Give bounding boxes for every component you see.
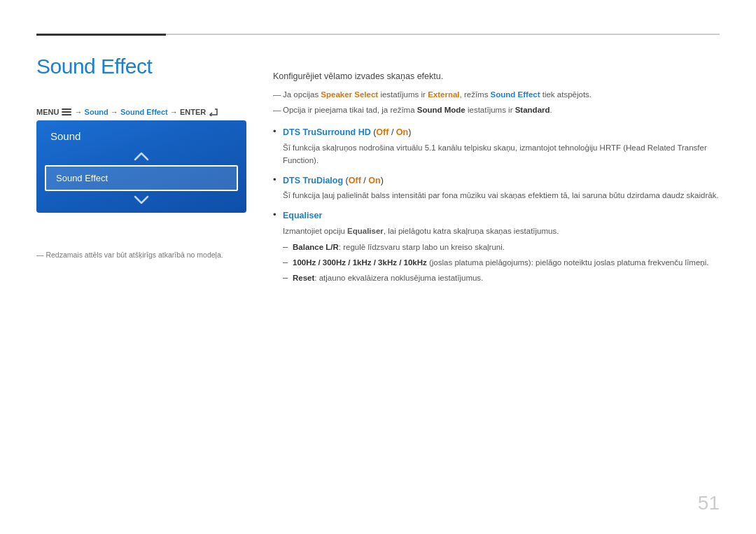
sub-reset-text: Reset: atjauno ekvalāizera noklusējuma i… xyxy=(293,272,720,284)
bullet-dts-trusurround-title: DTS TruSurround HD (Off / On) xyxy=(283,126,720,139)
page-number: 51 xyxy=(698,492,720,514)
bullet-dts-trudialog-title: DTS TruDialog (Off / On) xyxy=(283,174,720,188)
breadcrumb-sep1: → xyxy=(75,108,85,116)
notes-list: Ja opcijas Speaker Select iestatījums ir… xyxy=(273,89,720,117)
sub-bullet-freq: 100Hz / 300Hz / 1kHz / 3kHz / 10kHz (jos… xyxy=(283,257,720,269)
breadcrumb-sep3: → xyxy=(170,108,180,116)
note-item-2: Opcija ir pieejama tikai tad, ja režīma … xyxy=(273,104,720,116)
arrow-down[interactable] xyxy=(36,191,246,213)
dts-trudialog-off: Off xyxy=(349,176,361,185)
bullet-dts-trudialog: DTS TruDialog (Off / On) Šī funkcija ļau… xyxy=(273,174,720,203)
right-content: Konfigurējiet vēlamo izvades skaņas efek… xyxy=(273,70,720,292)
dts-trusurround-desc: Šī funkcija skaļruņos nodrošina virtuālu… xyxy=(283,142,720,167)
dts-trusurround-on: On xyxy=(396,127,408,137)
dts-trusurround-name: DTS TruSurround HD xyxy=(283,127,371,137)
dts-trusurround-paren2: ) xyxy=(408,127,411,137)
note1-part4: tiek atspējots. xyxy=(540,90,592,99)
menu-icon xyxy=(62,108,71,115)
note2-sound-mode: Sound Mode xyxy=(417,106,465,114)
dts-trudialog-desc: Šī funkcija ļauj palielināt balss intens… xyxy=(283,190,720,202)
note1-external: External xyxy=(428,90,459,99)
breadcrumb-menu-label: MENU xyxy=(36,108,59,116)
sub-bullet-balance: Balance L/R: regulē līdzsvaru starp labo… xyxy=(283,241,720,253)
arrow-up[interactable] xyxy=(36,149,246,165)
ui-panel: Sound Sound Effect xyxy=(36,120,246,213)
bullet-equaliser: Equaliser Izmantojiet opciju Equaliser, … xyxy=(273,209,720,284)
image-note: Redzamais attēls var būt atšķirīgs atkar… xyxy=(36,251,223,259)
dts-trudialog-paren2: ) xyxy=(381,176,384,185)
bullet-dts-trusurround: DTS TruSurround HD (Off / On) Šī funkcij… xyxy=(273,126,720,167)
sub-bullet-reset: Reset: atjauno ekvalāizera noklusējuma i… xyxy=(283,272,720,284)
note-item-1: Ja opcijas Speaker Select iestatījums ir… xyxy=(273,89,720,101)
selected-menu-item[interactable]: Sound Effect xyxy=(45,165,238,191)
dts-trusurround-slash: / xyxy=(388,127,396,137)
note2-part2: iestatījums ir xyxy=(465,106,515,114)
note1-speaker-select: Speaker Select xyxy=(321,90,378,99)
note1-part1: Ja opcijas xyxy=(283,90,321,99)
sub-balance-text: Balance L/R: regulē līdzsvaru starp labo… xyxy=(293,241,720,253)
equaliser-desc: Izmantojiet opciju Equaliser, lai pielāg… xyxy=(283,225,720,238)
equaliser-name: Equaliser xyxy=(283,211,322,220)
intro-text: Konfigurējiet vēlamo izvades skaņas efek… xyxy=(273,70,720,83)
note2-part1: Opcija ir pieejama tikai tad, ja režīma xyxy=(283,106,417,114)
dts-trudialog-name: DTS TruDialog xyxy=(283,176,343,185)
dts-trudialog-slash: / xyxy=(361,176,368,185)
breadcrumb-enter-label: ENTER xyxy=(180,108,206,116)
breadcrumb: MENU → Sound → Sound Effect → ENTER xyxy=(36,108,219,117)
top-accent-line xyxy=(36,34,166,36)
note1-part2: iestatījums ir xyxy=(378,90,428,99)
bullet-equaliser-title: Equaliser xyxy=(283,209,720,223)
sub-freq-text: 100Hz / 300Hz / 1kHz / 3kHz / 10kHz (jos… xyxy=(293,257,720,269)
note2-part3: . xyxy=(550,106,552,114)
breadcrumb-sep2: → xyxy=(111,108,120,116)
breadcrumb-effect: Sound Effect xyxy=(120,108,168,116)
breadcrumb-sound: Sound xyxy=(85,108,108,116)
note1-part3: , režīms xyxy=(460,90,491,99)
ui-panel-header: Sound xyxy=(36,120,246,149)
dts-trusurround-off: Off xyxy=(376,127,388,137)
note2-standard: Standard xyxy=(515,106,550,114)
bullet-section: DTS TruSurround HD (Off / On) Šī funkcij… xyxy=(273,126,720,284)
note1-sound-effect: Sound Effect xyxy=(491,90,540,99)
enter-icon xyxy=(209,108,218,116)
page-title: Sound Effect xyxy=(36,55,152,78)
dts-trudialog-on: On xyxy=(368,176,380,185)
